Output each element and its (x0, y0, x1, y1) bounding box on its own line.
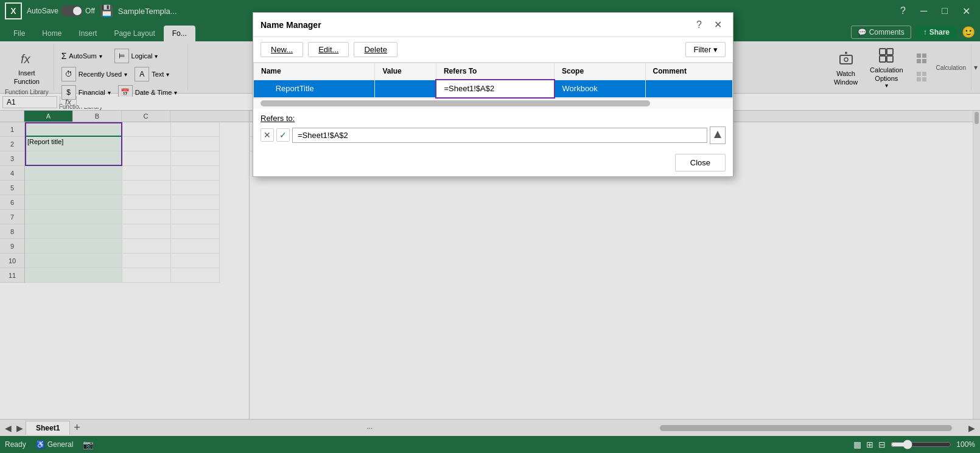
filter-btn[interactable]: Filter ▾ (685, 42, 726, 57)
col-header-comment: Comment (645, 63, 732, 80)
col-header-refers-to: Refers To (436, 63, 554, 80)
dialog-close-btn[interactable]: ✕ (710, 18, 726, 32)
name-manager-dialog: Name Manager ? ✕ New... Edit... Delete F… (253, 12, 733, 177)
report-title-name: ReportTitle (276, 84, 314, 93)
refers-to-label: Refers to: (261, 114, 726, 123)
grid-icon (261, 84, 271, 94)
col-header-name: Name (254, 63, 375, 80)
dialog-table: Name Value Refers To Scope Comment Repor… (253, 63, 733, 99)
svg-marker-16 (714, 131, 721, 138)
dialog-scrollbar-container[interactable] (253, 100, 733, 109)
edit-btn[interactable]: Edit... (308, 42, 349, 57)
dialog-table-body: ReportTitle =Sheet1!$A$2 Workbook (254, 80, 733, 98)
cell-comment (645, 80, 732, 98)
dialog-help-btn[interactable]: ? (693, 18, 705, 32)
dialog-title: Name Manager (261, 20, 321, 30)
dialog-scrollbar-thumb[interactable] (261, 100, 650, 106)
dialog-footer: Refers to: ✕ ✓ (253, 109, 733, 149)
cell-name: ReportTitle (254, 80, 375, 98)
col-header-value: Value (375, 63, 436, 80)
dialog-overlay: Name Manager ? ✕ New... Edit... Delete F… (0, 0, 980, 453)
dialog-table-area: Name Value Refers To Scope Comment Repor… (253, 63, 733, 99)
refers-to-row: ✕ ✓ (261, 126, 726, 144)
table-row[interactable]: ReportTitle =Sheet1!$A$2 Workbook (254, 80, 733, 98)
col-header-scope: Scope (555, 63, 646, 80)
dialog-title-btns: ? ✕ (693, 18, 726, 32)
cell-refers-to: =Sheet1!$A$2 (436, 80, 554, 98)
dialog-table-header-row: Name Value Refers To Scope Comment (254, 63, 733, 80)
confirm-refers-btn[interactable]: ✓ (276, 128, 290, 142)
close-dialog-btn[interactable]: Close (675, 154, 726, 171)
cell-value (375, 80, 436, 98)
refers-to-input[interactable] (292, 128, 707, 143)
expand-refers-btn[interactable] (710, 126, 726, 144)
dialog-title-bar: Name Manager ? ✕ (253, 13, 733, 37)
filter-label: Filter (693, 45, 711, 54)
delete-btn[interactable]: Delete (354, 42, 397, 57)
cell-scope: Workbook (555, 80, 646, 98)
dialog-table-head: Name Value Refers To Scope Comment (254, 63, 733, 80)
dialog-toolbar: New... Edit... Delete Filter ▾ (253, 37, 733, 63)
cancel-refers-btn[interactable]: ✕ (261, 128, 274, 142)
new-btn[interactable]: New... (261, 42, 303, 57)
dialog-close-row: Close (253, 149, 733, 176)
